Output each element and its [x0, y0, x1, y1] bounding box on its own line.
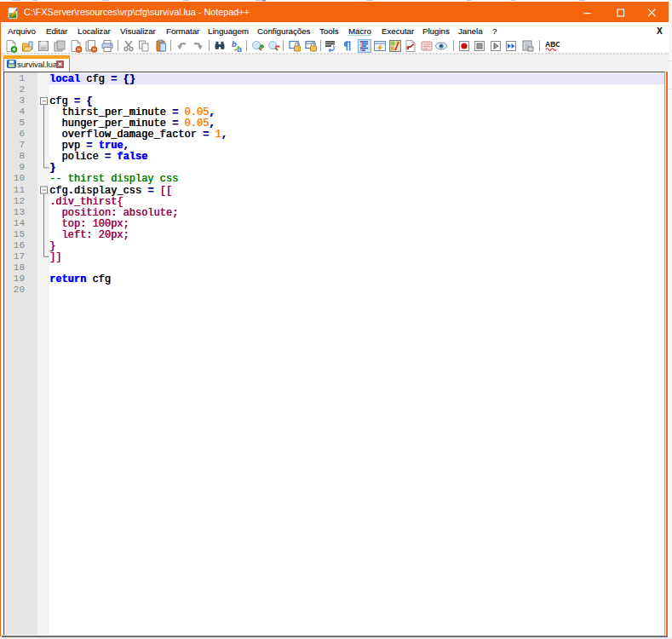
svg-text:ABC: ABC: [545, 40, 560, 49]
svg-text:b: b: [232, 39, 237, 49]
